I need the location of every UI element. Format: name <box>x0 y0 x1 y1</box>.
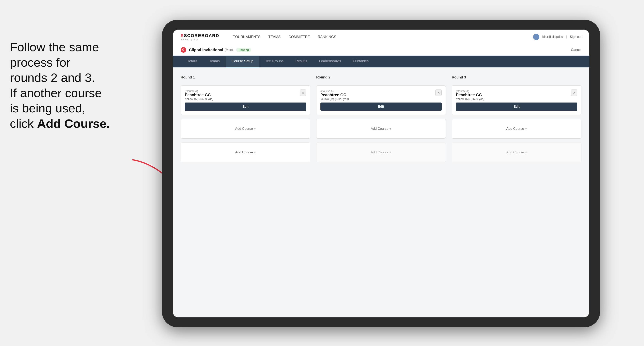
tabs-bar: Details Teams Course Setup Tee Groups Re… <box>173 56 589 67</box>
round-3-title: Round 3 <box>452 75 582 79</box>
round-3-course-details: Yellow (M) (6629 yds) <box>456 97 484 101</box>
sign-out-link[interactable]: Sign out <box>570 35 582 39</box>
nav-tournaments[interactable]: TOURNAMENTS <box>233 35 260 39</box>
round-1-course-name: Peachtree GC <box>185 93 214 97</box>
tournament-icon: C <box>181 47 186 53</box>
round-2-course-header: (Course A) Peachtree GC Yellow (M) (6629… <box>320 90 442 101</box>
round-3-add-course-label-1: Add Course + <box>506 127 527 131</box>
round-3-add-course-1[interactable]: Add Course + <box>452 119 582 139</box>
tab-results[interactable]: Results <box>290 56 313 67</box>
round-2-column: Round 2 (Course A) Peachtree GC Yellow (… <box>316 75 446 162</box>
round-3-edit-button[interactable]: Edit <box>456 103 577 111</box>
tab-tee-groups[interactable]: Tee Groups <box>259 56 290 67</box>
round-2-course-card: (Course A) Peachtree GC Yellow (M) (6629… <box>316 85 446 115</box>
sub-header: C Clippd Invitational (Men) Hosting Canc… <box>173 44 589 56</box>
round-2-add-course-1[interactable]: Add Course + <box>316 119 446 139</box>
cancel-button[interactable]: Cancel <box>571 48 582 52</box>
tablet-device: SSCOREBOARD Powered by clippd TOURNAMENT… <box>162 20 600 327</box>
round-3-add-course-label-2: Add Course + <box>506 151 527 154</box>
tab-leaderboards[interactable]: Leaderboards <box>313 56 347 67</box>
rounds-container: Round 1 (Course A) Peachtree GC Yellow (… <box>181 75 582 162</box>
round-1-column: Round 1 (Course A) Peachtree GC Yellow (… <box>181 75 310 162</box>
round-2-course-name: Peachtree GC <box>320 93 349 97</box>
round-1-title: Round 1 <box>181 75 310 79</box>
logo-area: SSCOREBOARD Powered by clippd <box>181 33 219 41</box>
round-3-course-header: (Course A) Peachtree GC Yellow (M) (6629… <box>456 90 577 101</box>
round-2-course-details: Yellow (M) (6629 yds) <box>320 97 349 101</box>
user-avatar <box>533 34 539 40</box>
round-2-add-course-label-2: Add Course + <box>371 151 391 154</box>
logo-scoreboard: SSCOREBOARD <box>181 33 219 38</box>
tournament-gender: (Men) <box>225 48 233 52</box>
tournament-name: Clippd Invitational <box>189 48 223 52</box>
main-content: Round 1 (Course A) Peachtree GC Yellow (… <box>173 67 589 317</box>
round-1-add-course-1[interactable]: Add Course + <box>181 119 310 139</box>
user-email: blair@clippd.io <box>542 35 563 39</box>
round-2-title: Round 2 <box>316 75 446 79</box>
round-2-add-course-label-1: Add Course + <box>371 127 391 131</box>
round-1-add-course-2[interactable]: Add Course + <box>181 143 310 162</box>
round-2-add-course-2: Add Course + <box>316 143 446 162</box>
round-3-course-label: (Course A) <box>456 90 484 93</box>
round-1-add-course-label-1: Add Course + <box>235 127 256 131</box>
instruction-text: Follow the same process for rounds 2 and… <box>0 31 134 139</box>
tab-printables[interactable]: Printables <box>347 56 374 67</box>
nav-rankings[interactable]: RANKINGS <box>318 35 336 39</box>
round-1-course-label: (Course A) <box>185 90 214 93</box>
round-3-add-course-2: Add Course + <box>452 143 582 162</box>
nav-teams[interactable]: TEAMS <box>268 35 280 39</box>
tab-course-setup[interactable]: Course Setup <box>226 56 259 67</box>
separator: | <box>566 35 567 39</box>
tablet-screen: SSCOREBOARD Powered by clippd TOURNAMENT… <box>173 29 589 317</box>
top-navigation: SSCOREBOARD Powered by clippd TOURNAMENT… <box>173 29 589 44</box>
round-2-edit-button[interactable]: Edit <box>320 103 442 111</box>
logo-powered-by: Powered by clippd <box>181 38 219 41</box>
round-1-delete-icon[interactable]: ✕ <box>300 90 306 96</box>
round-2-delete-icon[interactable]: ✕ <box>435 90 442 96</box>
round-3-column: Round 3 (Course A) Peachtree GC Yellow (… <box>452 75 582 162</box>
round-2-course-label: (Course A) <box>320 90 349 93</box>
hosting-badge: Hosting <box>236 48 251 52</box>
round-1-add-course-label-2: Add Course + <box>235 151 256 154</box>
round-3-course-card: (Course A) Peachtree GC Yellow (M) (6629… <box>452 85 582 115</box>
nav-links: TOURNAMENTS TEAMS COMMITTEE RANKINGS <box>233 35 523 39</box>
round-3-delete-icon[interactable]: ✕ <box>571 90 577 96</box>
round-1-edit-button[interactable]: Edit <box>185 103 306 111</box>
nav-committee[interactable]: COMMITTEE <box>288 35 310 39</box>
nav-right: blair@clippd.io | Sign out <box>533 34 582 40</box>
tab-details[interactable]: Details <box>181 56 203 67</box>
round-1-course-card: (Course A) Peachtree GC Yellow (M) (6629… <box>181 85 310 115</box>
tab-teams[interactable]: Teams <box>203 56 226 67</box>
round-3-course-name: Peachtree GC <box>456 93 484 97</box>
round-1-course-header: (Course A) Peachtree GC Yellow (M) (6629… <box>185 90 306 101</box>
round-1-course-details: Yellow (M) (6629 yds) <box>185 97 214 101</box>
